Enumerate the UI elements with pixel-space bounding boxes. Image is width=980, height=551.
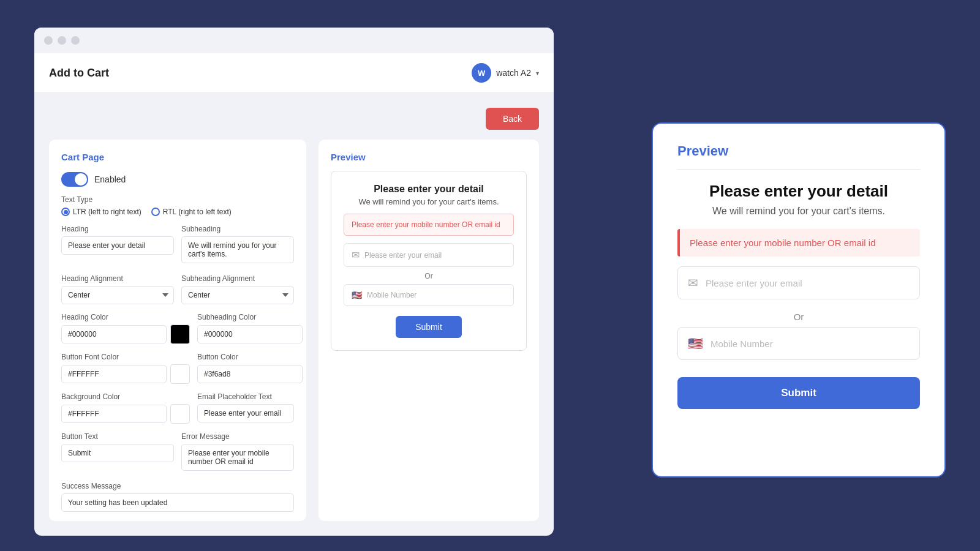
subheading-alignment-label: Subheading Alignment [181, 274, 294, 283]
subheading-alignment-select[interactable]: Center Left Right [181, 286, 294, 304]
large-envelope-icon: ✉ [688, 276, 698, 290]
browser-window: Add to Cart W watch A2 ▾ Back Cart Page [34, 28, 554, 536]
success-message-row: Success Message [61, 482, 294, 512]
cart-page-panel: Cart Page Enabled Text Type [49, 140, 306, 521]
email-placeholder-field: Email Placeholder Text [197, 392, 294, 424]
browser-dot-3 [71, 36, 80, 45]
user-badge[interactable]: W watch A2 ▾ [472, 63, 539, 83]
alignment-row: Heading Alignment Center Left Right Subh… [61, 274, 294, 304]
radio-group: LTR (left to right text) RTL (right to l… [61, 208, 294, 216]
heading-alignment-field: Heading Alignment Center Left Right [61, 274, 174, 304]
button-font-color-swatch[interactable] [170, 364, 190, 384]
large-preview-error: Please enter your mobile number OR email… [677, 229, 920, 257]
browser-titlebar [34, 28, 554, 53]
toggle-thumb [75, 173, 87, 186]
small-preview-or: Or [344, 272, 514, 280]
browser-dot-1 [44, 36, 53, 45]
large-preview-submit-button[interactable]: Submit [677, 377, 920, 409]
cart-page-title: Cart Page [61, 152, 294, 162]
flag-icon: 🇺🇸 [352, 290, 362, 300]
heading-alignment-select[interactable]: Center Left Right [61, 286, 174, 304]
rtl-radio-option[interactable]: RTL (right to left text) [151, 208, 232, 216]
button-text-field: Button Text [61, 432, 174, 473]
error-message-input[interactable]: Please enter your mobile number OR email… [181, 444, 294, 471]
large-preview-title: Preview [677, 143, 920, 170]
button-font-color-field: Button Font Color [61, 353, 190, 384]
user-name: watch A2 [496, 68, 531, 78]
heading-alignment-label: Heading Alignment [61, 274, 174, 283]
small-preview-submit-button[interactable]: Submit [396, 316, 462, 338]
error-message-label: Error Message [181, 432, 294, 441]
bg-color-wrapper [61, 404, 190, 424]
browser-dot-2 [58, 36, 66, 45]
toggle-label: Enabled [94, 174, 126, 184]
large-preview-mobile-input[interactable]: 🇺🇸 Mobile Number [677, 327, 920, 360]
button-text-label: Button Text [61, 432, 174, 441]
button-color-label: Button Color [197, 353, 306, 361]
color-row-1: Heading Color Subheading Color [61, 313, 294, 344]
bg-email-row: Background Color Email Placeholder Text [61, 392, 294, 424]
button-font-color-label: Button Font Color [61, 353, 190, 361]
button-font-color-input[interactable] [61, 365, 167, 383]
app-header: Add to Cart W watch A2 ▾ [34, 53, 554, 93]
large-preview-mobile-placeholder: Mobile Number [710, 339, 773, 349]
email-placeholder-label: Email Placeholder Text [197, 392, 294, 401]
large-preview-email-input[interactable]: ✉ Please enter your email [677, 266, 920, 299]
heading-input[interactable] [61, 236, 174, 255]
subheading-color-field: Subheading Color [197, 313, 306, 344]
large-flag-icon: 🇺🇸 [688, 336, 703, 351]
heading-color-label: Heading Color [61, 313, 190, 321]
text-type-label: Text Type [61, 195, 294, 204]
envelope-icon: ✉ [352, 249, 360, 261]
ltr-radio-option[interactable]: LTR (left to right text) [61, 208, 141, 216]
back-button-row: Back [49, 108, 539, 130]
small-preview-card: Please enter your detail We will remind … [331, 171, 527, 351]
button-font-color-wrapper [61, 364, 190, 384]
large-preview-or: Or [677, 312, 920, 322]
bg-color-input[interactable] [61, 405, 167, 423]
button-color-wrapper [197, 364, 306, 384]
heading-subheading-row: Heading Subheading We will remind you fo… [61, 225, 294, 266]
subheading-label: Subheading [181, 225, 294, 233]
heading-color-input[interactable] [61, 325, 167, 343]
bg-color-field: Background Color [61, 392, 190, 424]
success-message-input[interactable] [61, 493, 294, 512]
content-area: Back Cart Page Enabled Text [34, 93, 554, 536]
small-preview-heading: Please enter your detail [344, 184, 514, 195]
content-wrapper: Back Cart Page Enabled Text [49, 108, 539, 521]
small-preview-title: Preview [331, 152, 527, 162]
small-preview-subheading: We will remind you for your cart's items… [344, 197, 514, 206]
button-text-input[interactable] [61, 444, 174, 462]
enabled-toggle-row: Enabled [61, 172, 294, 187]
large-preview-subheading: We will remind you for your cart's items… [677, 206, 920, 217]
subheading-color-input[interactable] [197, 325, 303, 343]
email-placeholder-input[interactable] [197, 404, 294, 422]
rtl-radio-circle [151, 208, 160, 216]
button-color-field: Button Color [197, 353, 306, 384]
app-title: Add to Cart [49, 67, 109, 80]
button-error-row: Button Text Error Message Please enter y… [61, 432, 294, 473]
small-preview-panel: Preview Please enter your detail We will… [318, 140, 539, 521]
small-preview-email-placeholder: Please enter your email [364, 251, 442, 260]
user-avatar: W [472, 63, 491, 83]
large-preview-panel: Preview Please enter your detail We will… [652, 122, 946, 478]
chevron-down-icon: ▾ [536, 70, 539, 77]
heading-color-field: Heading Color [61, 313, 190, 344]
subheading-alignment-field: Subheading Alignment Center Left Right [181, 274, 294, 304]
heading-color-swatch[interactable] [170, 324, 190, 344]
button-color-input[interactable] [197, 365, 303, 383]
two-panel-row: Cart Page Enabled Text Type [49, 140, 539, 521]
subheading-color-label: Subheading Color [197, 313, 306, 321]
heading-label: Heading [61, 225, 174, 233]
heading-color-field-wrapper [61, 324, 190, 344]
success-message-label: Success Message [61, 482, 294, 490]
bg-color-swatch[interactable] [170, 404, 190, 424]
ltr-radio-label: LTR (left to right text) [73, 208, 141, 216]
small-preview-mobile-input[interactable]: 🇺🇸 Mobile Number [344, 284, 514, 306]
subheading-input[interactable]: We will remind you for your cart's items… [181, 236, 294, 263]
subheading-field: Subheading We will remind you for your c… [181, 225, 294, 266]
enabled-toggle[interactable] [61, 172, 88, 187]
back-button[interactable]: Back [486, 108, 539, 130]
small-preview-email-input[interactable]: ✉ Please enter your email [344, 243, 514, 267]
text-type-row: Text Type LTR (left to right text) RTL (… [61, 195, 294, 216]
